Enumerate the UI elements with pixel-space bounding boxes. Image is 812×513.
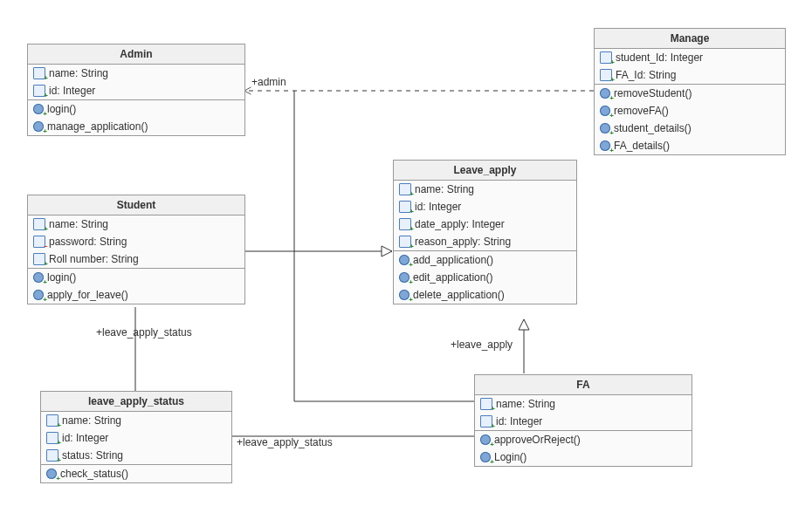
attr: name: String — [62, 414, 121, 427]
op: FA_details() — [614, 140, 670, 152]
class-manage: Manage student_Id: Integer FA_Id: String… — [594, 28, 786, 155]
class-admin-header: Admin — [28, 44, 244, 65]
op: removeStudent() — [614, 87, 692, 99]
attr-icon — [33, 218, 45, 230]
attr-icon — [33, 253, 45, 265]
op-icon — [600, 106, 610, 116]
class-fa-ops: approveOrReject() Login() — [475, 431, 692, 466]
attr: reason_apply: String — [415, 236, 511, 248]
attr-icon — [600, 51, 612, 64]
op-icon — [33, 290, 44, 300]
class-leave-apply-status: leave_apply_status name: String id: Inte… — [40, 391, 232, 483]
attr: name: String — [415, 183, 474, 195]
attr: FA_Id: String — [616, 69, 676, 81]
attr-icon — [480, 415, 492, 428]
attr-icon — [33, 67, 45, 79]
op: manage_application() — [47, 120, 148, 133]
op-icon — [46, 469, 57, 479]
op-icon — [33, 121, 44, 132]
class-leaveapply-header: Leave_apply — [394, 161, 576, 181]
op-icon — [33, 272, 44, 283]
attr: id: Integer — [62, 432, 108, 444]
op: Login() — [494, 451, 526, 463]
op: add_application() — [413, 254, 493, 266]
class-fa-header: FA — [475, 375, 692, 395]
op: edit_application() — [413, 271, 492, 284]
op-icon — [600, 123, 610, 133]
class-admin-attrs: name: String id: Integer — [28, 65, 244, 100]
class-fa-attrs: name: String id: Integer — [475, 395, 692, 431]
attr: name: String — [496, 398, 555, 410]
class-leaveapply-attrs: name: String id: Integer date_apply: Int… — [394, 181, 576, 251]
class-admin: Admin name: String id: Integer login() m… — [27, 44, 245, 136]
class-student: Student name: String password: String Ro… — [27, 195, 245, 304]
op-icon — [399, 272, 409, 283]
op: delete_application() — [413, 289, 505, 301]
label-las-top: +leave_apply_status — [96, 326, 192, 339]
class-leaveapply-ops: add_application() edit_application() del… — [394, 251, 576, 304]
attr-icon — [399, 236, 411, 248]
op: apply_for_leave() — [47, 289, 128, 301]
attr: password: String — [49, 236, 127, 248]
class-admin-ops: login() manage_application() — [28, 100, 244, 135]
attr-icon — [399, 218, 411, 230]
label-admin: +admin — [251, 76, 286, 88]
op-icon — [33, 104, 44, 114]
attr-icon — [46, 449, 58, 462]
attr: status: String — [62, 449, 123, 462]
attr: id: Integer — [415, 201, 461, 213]
label-leave-apply: +leave_apply — [451, 339, 513, 351]
class-manage-header: Manage — [595, 29, 785, 49]
class-las-attrs: name: String id: Integer status: String — [41, 412, 231, 465]
op: student_details() — [614, 122, 692, 134]
attr: id: Integer — [496, 415, 542, 428]
attr-icon — [600, 69, 612, 81]
attr: id: Integer — [49, 85, 95, 97]
class-las-header: leave_apply_status — [41, 392, 231, 412]
op-icon — [480, 452, 491, 462]
attr-icon — [399, 183, 411, 195]
class-fa: FA name: String id: Integer approveOrRej… — [474, 374, 692, 467]
class-las-ops: check_status() — [41, 465, 231, 482]
op-icon — [480, 434, 491, 445]
attr: Roll number: String — [49, 253, 139, 265]
class-leave-apply: Leave_apply name: String id: Integer dat… — [393, 160, 577, 304]
op-icon — [600, 140, 610, 151]
op: removeFA() — [614, 105, 669, 117]
attr-icon — [46, 414, 58, 427]
attr-icon — [399, 201, 411, 213]
class-student-attrs: name: String password: String Roll numbe… — [28, 215, 244, 269]
op: check_status() — [60, 468, 128, 480]
attr: name: String — [49, 218, 108, 230]
op: login() — [47, 271, 76, 284]
class-student-ops: login() apply_for_leave() — [28, 269, 244, 304]
attr-icon — [480, 398, 492, 410]
label-las-right: +leave_apply_status — [237, 436, 333, 448]
attr: student_Id: Integer — [616, 51, 703, 64]
attr-icon — [46, 432, 58, 444]
attr: name: String — [49, 67, 108, 79]
op: login() — [47, 103, 76, 115]
op-icon — [399, 255, 409, 265]
class-manage-attrs: student_Id: Integer FA_Id: String — [595, 49, 785, 85]
op-icon — [600, 88, 610, 99]
class-student-header: Student — [28, 195, 244, 215]
class-manage-ops: removeStudent() removeFA() student_detai… — [595, 85, 785, 154]
op: approveOrReject() — [494, 434, 581, 446]
op-icon — [399, 290, 409, 300]
attr-icon-private — [33, 236, 45, 248]
attr: date_apply: Integer — [415, 218, 505, 230]
attr-icon — [33, 85, 45, 97]
